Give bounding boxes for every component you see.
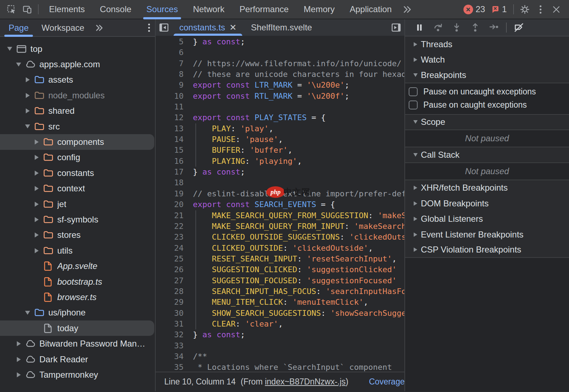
panel-tab-network[interactable]: Network	[185, 0, 232, 19]
navigator-tab-workspace[interactable]: Workspace	[35, 19, 91, 36]
tree-item-apps-apple-com[interactable]: apps.apple.com	[0, 57, 155, 72]
line-number[interactable]: 29	[156, 297, 193, 308]
editor-tab-shelfitem-svelte[interactable]: ShelfItem.svelte	[244, 19, 319, 36]
tree-item-constants[interactable]: constants	[0, 165, 155, 181]
step-icon[interactable]	[485, 20, 503, 35]
close-tab-icon[interactable]: ✕	[229, 23, 237, 32]
collapsed-arrow-icon[interactable]	[23, 77, 32, 82]
coverage-link[interactable]: Coverage	[369, 377, 404, 387]
checkbox-row-pause-on-caught-exceptions[interactable]: Pause on caught exceptions	[409, 98, 569, 112]
checkbox-unchecked-icon[interactable]	[409, 87, 418, 96]
code-editor[interactable]: 5} as const;67// https://www.fileformat.…	[156, 36, 404, 372]
tree-item-app-svelte[interactable]: App.svelte	[0, 258, 155, 274]
panel-tab-performance[interactable]: Performance	[232, 0, 296, 19]
expanded-arrow-icon[interactable]	[23, 311, 32, 315]
tree-item-dark-reader[interactable]: Dark Reader	[0, 352, 155, 367]
collapsed-arrow-icon[interactable]	[32, 171, 41, 176]
line-number[interactable]: 35	[156, 362, 193, 372]
tree-item-browser-ts[interactable]: browser.ts	[0, 289, 155, 305]
line-number[interactable]: 24	[156, 243, 193, 254]
line-number[interactable]: 31	[156, 319, 193, 329]
collapsed-arrow-icon[interactable]	[32, 139, 41, 144]
line-number[interactable]: 10	[156, 91, 193, 102]
tree-item-jet[interactable]: jet	[0, 196, 155, 212]
expanded-arrow-icon[interactable]	[14, 63, 23, 67]
tree-item-components[interactable]: components	[0, 134, 154, 150]
pause-icon[interactable]	[410, 20, 429, 35]
more-panels-chevron-icon[interactable]	[399, 1, 415, 17]
issues-badge[interactable]: 1	[491, 4, 507, 14]
collapsed-arrow-icon[interactable]	[32, 155, 41, 160]
inspect-element-icon[interactable]	[4, 1, 19, 17]
line-number[interactable]: 28	[156, 286, 193, 297]
debugger-section-xhr-fetch-breakpoints[interactable]: XHR/fetch Breakpoints	[405, 180, 569, 196]
editor-tab-constants-ts[interactable]: constants.ts✕	[172, 19, 244, 36]
line-number[interactable]: 12	[156, 112, 193, 123]
collapsed-arrow-icon[interactable]	[23, 93, 32, 98]
collapsed-arrow-icon[interactable]	[14, 357, 23, 362]
deactivate-breakpoints-icon[interactable]	[510, 20, 528, 35]
tree-item-sf-symbols[interactable]: sf-symbols	[0, 212, 155, 227]
collapsed-arrow-icon[interactable]	[32, 186, 41, 191]
line-number[interactable]: 34	[156, 351, 193, 362]
tree-item-config[interactable]: config	[0, 150, 155, 165]
line-number[interactable]: 20	[156, 199, 193, 210]
tree-item-src[interactable]: src	[0, 119, 155, 134]
debugger-section-call-stack[interactable]: Call Stack	[405, 147, 569, 163]
panel-tab-application[interactable]: Application	[342, 0, 399, 19]
tree-item-us-iphone[interactable]: us/iphone	[0, 305, 155, 320]
line-number[interactable]: 16	[156, 156, 193, 167]
source-map-link[interactable]: index~B87DnNzwx-.js	[265, 377, 346, 386]
collapsed-arrow-icon[interactable]	[23, 108, 32, 113]
line-number[interactable]: 18	[156, 177, 193, 188]
line-number[interactable]: 27	[156, 275, 193, 286]
tree-item-shared[interactable]: shared	[0, 103, 155, 119]
more-navigator-tabs-chevron-icon[interactable]	[94, 23, 104, 33]
navigator-tab-page[interactable]: Page	[2, 19, 35, 36]
panel-tab-sources[interactable]: Sources	[139, 0, 185, 19]
line-number[interactable]: 14	[156, 134, 193, 145]
line-number[interactable]: 13	[156, 123, 193, 134]
line-number[interactable]: 15	[156, 145, 193, 156]
tree-item-utils[interactable]: utils	[0, 243, 155, 258]
line-number[interactable]: 7	[156, 58, 193, 69]
expanded-arrow-icon[interactable]	[23, 124, 32, 128]
line-number[interactable]: 23	[156, 232, 193, 242]
debugger-section-dom-breakpoints[interactable]: DOM Breakpoints	[405, 196, 569, 211]
tree-item-node-modules[interactable]: node_modules	[0, 88, 155, 103]
debugger-section-breakpoints[interactable]: Breakpoints	[405, 68, 569, 83]
close-devtools-icon[interactable]	[548, 1, 564, 17]
tree-item-context[interactable]: context	[0, 181, 155, 196]
line-number[interactable]: 5	[156, 36, 193, 47]
console-errors-badge[interactable]: 23	[463, 4, 485, 14]
tree-item-today[interactable]: today	[0, 320, 154, 336]
line-number[interactable]: 6	[156, 47, 193, 58]
device-toolbar-icon[interactable]	[19, 1, 35, 17]
line-number[interactable]: 26	[156, 264, 193, 275]
step-into-icon[interactable]	[447, 20, 466, 35]
debugger-section-event-listener-breakpoints[interactable]: Event Listener Breakpoints	[405, 227, 569, 242]
checkbox-row-pause-on-uncaught-exceptions[interactable]: Pause on uncaught exceptions	[409, 85, 569, 98]
customize-kebab-icon[interactable]	[532, 1, 548, 17]
tree-item-bitwarden-password-man[interactable]: Bitwarden Password Man…	[0, 336, 155, 351]
navigator-kebab-icon[interactable]	[148, 24, 150, 32]
collapsed-arrow-icon[interactable]	[32, 248, 41, 253]
line-number[interactable]: 33	[156, 340, 193, 351]
checkbox-unchecked-icon[interactable]	[409, 101, 418, 109]
step-out-icon[interactable]	[466, 20, 485, 35]
panel-tab-console[interactable]: Console	[92, 0, 139, 19]
collapsed-arrow-icon[interactable]	[32, 217, 41, 222]
settings-gear-icon[interactable]	[517, 1, 532, 17]
collapse-navigator-icon[interactable]	[156, 19, 172, 36]
tree-item-tampermonkey[interactable]: Tampermonkey	[0, 367, 155, 382]
step-over-icon[interactable]	[429, 20, 447, 35]
line-number[interactable]: 8	[156, 69, 193, 80]
line-number[interactable]: 9	[156, 80, 193, 90]
collapsed-arrow-icon[interactable]	[32, 202, 41, 207]
line-number[interactable]: 21	[156, 210, 193, 221]
line-number[interactable]: 32	[156, 329, 193, 340]
panel-tab-elements[interactable]: Elements	[42, 0, 92, 19]
debugger-section-watch[interactable]: Watch	[405, 52, 569, 68]
panel-tab-memory[interactable]: Memory	[296, 0, 342, 19]
tree-item-bootstrap-ts[interactable]: bootstrap.ts	[0, 274, 155, 289]
